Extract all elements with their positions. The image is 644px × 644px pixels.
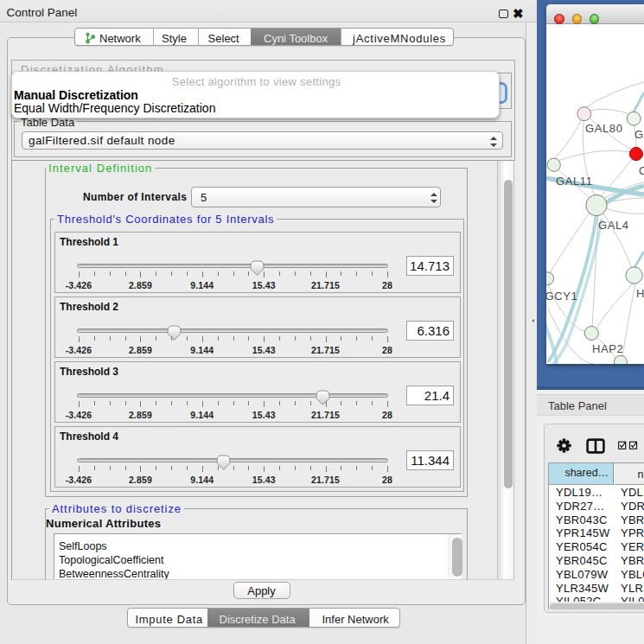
- svg-text:HAP2: HAP2: [592, 342, 623, 355]
- svg-text:GAL11: GAL11: [556, 175, 593, 188]
- svg-text:GAL80: GAL80: [585, 122, 622, 135]
- svg-text:GCY1: GCY1: [546, 290, 577, 303]
- svg-text:GAL2: GAL2: [634, 128, 644, 141]
- svg-text:HA: HA: [636, 287, 644, 300]
- svg-text:GAL4: GAL4: [598, 219, 629, 232]
- svg-text:CY: CY: [639, 164, 644, 177]
